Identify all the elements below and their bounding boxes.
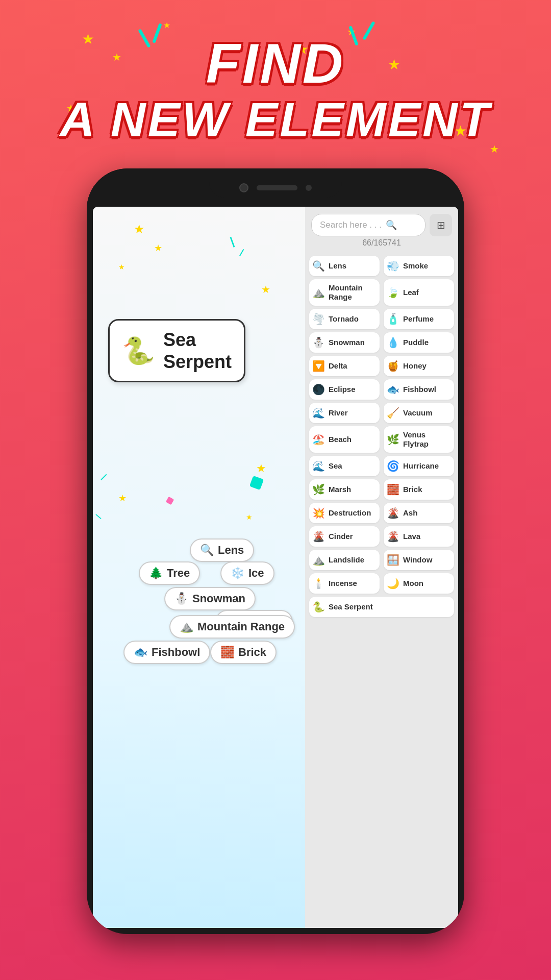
element-item-destruction[interactable]: 💥Destruction	[309, 503, 380, 523]
element-row-9: 🌿Marsh🧱Brick	[309, 479, 454, 500]
element-item-brick[interactable]: 🧱Brick	[384, 479, 454, 500]
element-list-panel: Search here . . . 🔍 ⊞ 66/165741 🔍Lens💨Sm…	[305, 207, 458, 928]
count-label: 66/165741	[311, 238, 452, 248]
element-item-lava[interactable]: 🌋Lava	[384, 526, 454, 547]
element-item-hurricane[interactable]: 🌀Hurricane	[384, 456, 454, 476]
deco-rect	[166, 497, 174, 505]
element-emoji: 🌙	[387, 577, 400, 590]
element-emoji: 🧹	[387, 407, 400, 419]
element-name: Eclipse	[329, 385, 356, 394]
game-star: ★	[118, 493, 127, 504]
element-item-smoke[interactable]: 💨Smoke	[384, 256, 454, 276]
element-name: Mountain Range	[329, 283, 377, 302]
result-card: 🐍 SeaSerpent	[108, 319, 245, 382]
element-name: Lava	[403, 532, 420, 541]
title-area: FIND A NEW ELEMENT	[0, 31, 551, 144]
element-name: Brick	[403, 485, 422, 494]
element-name: Tornado	[329, 314, 359, 324]
element-item-landslide[interactable]: ⛰️Landslide	[309, 550, 380, 570]
game-spark: |	[239, 248, 245, 257]
element-item-delta[interactable]: 🔽Delta	[309, 356, 380, 376]
element-emoji: ⛰️	[312, 554, 325, 566]
element-name: Honey	[403, 361, 427, 371]
element-name: Sea Serpent	[329, 602, 373, 611]
camera	[239, 183, 248, 192]
element-name: Cinder	[329, 532, 353, 541]
element-item-incense[interactable]: 🕯️Incense	[309, 573, 380, 594]
element-item-honey[interactable]: 🍯Honey	[384, 356, 454, 376]
element-item-perfume[interactable]: 🧴Perfume	[384, 309, 454, 329]
elements-scroll[interactable]: 🔍Lens💨Smoke⛰️Mountain Range🍃Leaf🌪️Tornad…	[305, 254, 458, 928]
element-emoji: 💨	[387, 260, 400, 272]
element-name: Beach	[329, 435, 352, 444]
game-star: ★	[134, 222, 145, 236]
element-name: Perfume	[403, 314, 434, 324]
element-name: Venus Flytrap	[403, 430, 451, 449]
element-item-cinder[interactable]: 🌋Cinder	[309, 526, 380, 547]
search-icon: 🔍	[386, 219, 397, 231]
element-emoji: 🌋	[387, 507, 400, 519]
chip-snowman[interactable]: ⛄ Snowman	[164, 587, 256, 610]
chip-brick[interactable]: 🧱 Brick	[210, 641, 277, 664]
element-item-fishbowl[interactable]: 🐟Fishbowl	[384, 379, 454, 400]
element-item-beach[interactable]: 🏖️Beach	[309, 426, 380, 453]
element-name: Snowman	[329, 338, 365, 347]
element-row-0: 🔍Lens💨Smoke	[309, 256, 454, 276]
element-name: Hurricane	[403, 461, 439, 471]
element-item-snowman[interactable]: ⛄Snowman	[309, 332, 380, 353]
element-emoji: 💥	[312, 507, 325, 519]
element-emoji: 🌀	[387, 460, 400, 472]
element-name: Fishbowl	[403, 385, 436, 394]
element-item-vacuum[interactable]: 🧹Vacuum	[384, 403, 454, 423]
element-emoji: 🐟	[387, 383, 400, 396]
element-item-mountain-range[interactable]: ⛰️Mountain Range	[309, 279, 380, 306]
element-name: Ash	[403, 508, 417, 518]
element-item-marsh[interactable]: 🌿Marsh	[309, 479, 380, 500]
notch	[209, 178, 342, 198]
element-emoji: 🌿	[312, 483, 325, 496]
element-item-leaf[interactable]: 🍃Leaf	[384, 279, 454, 306]
element-row-2: 🌪️Tornado🧴Perfume	[309, 309, 454, 329]
element-item-puddle[interactable]: 💧Puddle	[384, 332, 454, 353]
element-item-window[interactable]: 🪟Window	[384, 550, 454, 570]
element-item-eclipse[interactable]: 🌑Eclipse	[309, 379, 380, 400]
element-row-11: 🌋Cinder🌋Lava	[309, 526, 454, 547]
element-name: Delta	[329, 361, 347, 371]
element-name: Incense	[329, 579, 357, 588]
filter-button[interactable]: ⊞	[430, 214, 452, 236]
element-row-14: 🐍Sea Serpent	[309, 597, 454, 617]
element-item-venus-flytrap[interactable]: 🌿Venus Flytrap	[384, 426, 454, 453]
chip-lens[interactable]: 🔍 Lens	[190, 538, 254, 562]
chip-ice[interactable]: ❄️ Ice	[220, 561, 274, 585]
element-item-tornado[interactable]: 🌪️Tornado	[309, 309, 380, 329]
element-emoji: 🏖️	[312, 433, 325, 446]
element-name: Leaf	[403, 288, 419, 297]
element-emoji: 🌋	[387, 530, 400, 543]
title-line1: FIND	[0, 31, 551, 95]
game-star: ★	[261, 283, 270, 296]
element-emoji: 🧱	[387, 483, 400, 496]
chip-mountain-range[interactable]: ⛰️ Mountain Range	[169, 615, 295, 639]
speaker	[257, 185, 297, 190]
element-item-moon[interactable]: 🌙Moon	[384, 573, 454, 594]
game-spark: |	[100, 473, 108, 481]
game-area: ★ ★ ★ ★ | | | ★ ★ ★ | 🐍 SeaSerpent 🔍 Len…	[93, 207, 305, 928]
element-emoji: ⛰️	[312, 286, 325, 299]
element-emoji: 🌿	[387, 433, 400, 446]
phone-frame: ★ ★ ★ ★ | | | ★ ★ ★ | 🐍 SeaSerpent 🔍 Len…	[87, 168, 464, 934]
game-star: ★	[246, 513, 253, 521]
element-item-ash[interactable]: 🌋Ash	[384, 503, 454, 523]
element-item-sea[interactable]: 🌊Sea	[309, 456, 380, 476]
game-star: ★	[256, 462, 266, 475]
element-emoji: 💧	[387, 336, 400, 349]
element-row-4: 🔽Delta🍯Honey	[309, 356, 454, 376]
element-item-sea-serpent[interactable]: 🐍Sea Serpent	[309, 597, 454, 617]
element-item-lens[interactable]: 🔍Lens	[309, 256, 380, 276]
element-item-river[interactable]: 🌊River	[309, 403, 380, 423]
chip-tree[interactable]: 🌲 Tree	[139, 561, 200, 585]
element-emoji: 🐍	[312, 601, 325, 613]
element-emoji: 🪟	[387, 554, 400, 566]
search-input[interactable]: Search here . . . 🔍	[311, 214, 425, 236]
element-row-1: ⛰️Mountain Range🍃Leaf	[309, 279, 454, 306]
chip-fishbowl[interactable]: 🐟 Fishbowl	[123, 641, 210, 664]
